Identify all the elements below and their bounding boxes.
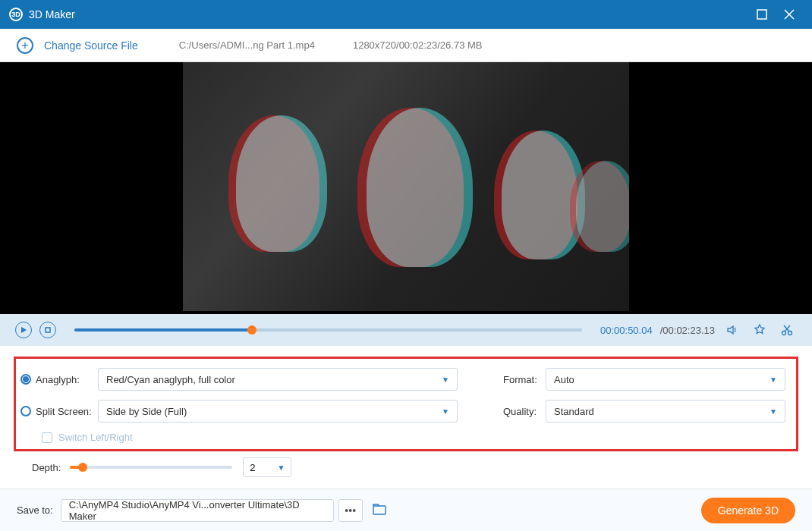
anaglyph-value: Red/Cyan anaglyph, full color [106, 374, 235, 385]
depth-select[interactable]: 2 ▼ [243, 457, 291, 477]
close-button[interactable] [776, 1, 803, 28]
split-select[interactable]: Side by Side (Full) ▼ [98, 400, 458, 423]
chevron-down-icon: ▼ [770, 407, 777, 416]
anaglyph-label: Anaglyph: [36, 374, 98, 385]
chevron-down-icon: ▼ [277, 463, 285, 472]
depth-row: Depth: 2 ▼ [14, 451, 798, 477]
save-path-value: C:\AnyMP4 Studio\AnyMP4 Vi...onverter Ul… [69, 499, 326, 522]
format-label: Format: [503, 374, 546, 385]
svg-line-7 [785, 325, 790, 331]
svg-line-8 [784, 325, 789, 331]
source-meta: 1280x720/00:02:23/26.73 MB [353, 39, 483, 51]
switch-lr-checkbox[interactable] [42, 432, 52, 443]
source-path: C:/Users/ADMI...ng Part 1.mp4 [179, 39, 315, 51]
time-current: 00:00:50.04 [600, 325, 653, 336]
source-bar: + Change Source File C:/Users/ADMI...ng … [0, 29, 812, 62]
seek-slider[interactable] [74, 328, 582, 331]
generate-3d-button[interactable]: Generate 3D [701, 498, 795, 523]
chevron-down-icon: ▼ [770, 375, 777, 384]
split-label: Split Screen: [36, 406, 98, 417]
video-preview [0, 62, 812, 314]
snapshot-icon[interactable] [750, 323, 770, 337]
anaglyph-radio[interactable] [20, 374, 31, 385]
depth-slider[interactable] [70, 466, 232, 469]
browse-button[interactable]: ••• [338, 499, 363, 522]
anaglyph-select[interactable]: Red/Cyan anaglyph, full color ▼ [98, 368, 458, 391]
depth-label: Depth: [32, 462, 61, 473]
highlighted-settings: Anaglyph: Red/Cyan anaglyph, full color … [14, 357, 798, 451]
chevron-down-icon: ▼ [442, 407, 449, 416]
svg-rect-4 [46, 328, 50, 332]
playback-bar: 00:00:50.04/00:02:23.13 [0, 314, 812, 346]
save-path-field[interactable]: C:\AnyMP4 Studio\AnyMP4 Vi...onverter Ul… [61, 499, 334, 522]
settings-panel: Anaglyph: Red/Cyan anaglyph, full color … [0, 346, 812, 480]
format-value: Auto [554, 374, 574, 385]
volume-icon[interactable] [722, 323, 742, 337]
save-to-label: Save to: [17, 504, 53, 516]
split-radio[interactable] [20, 406, 31, 416]
change-source-link[interactable]: Change Source File [44, 39, 138, 52]
plus-icon[interactable]: + [17, 37, 33, 54]
quality-select[interactable]: Standard ▼ [546, 400, 785, 423]
chevron-down-icon: ▼ [442, 375, 449, 384]
svg-rect-0 [757, 10, 766, 19]
svg-rect-9 [373, 506, 386, 514]
generate-label: Generate 3D [718, 504, 779, 517]
cut-icon[interactable] [777, 323, 797, 337]
svg-marker-3 [21, 327, 27, 333]
video-frame [183, 62, 629, 311]
quality-label: Quality: [503, 406, 546, 417]
title-bar: 3D 3D Maker [0, 0, 812, 29]
switch-lr-label: Switch Left/Right [58, 432, 133, 443]
format-select[interactable]: Auto ▼ [546, 368, 785, 391]
bottom-bar: Save to: C:\AnyMP4 Studio\AnyMP4 Vi...on… [0, 489, 812, 531]
app-icon: 3D [9, 8, 23, 21]
minimize-button[interactable] [748, 1, 776, 28]
window-title: 3D Maker [29, 8, 748, 20]
split-value: Side by Side (Full) [106, 406, 187, 417]
svg-point-6 [788, 331, 792, 335]
open-folder-icon[interactable] [372, 502, 387, 519]
play-button[interactable] [15, 322, 32, 338]
stop-button[interactable] [39, 322, 56, 338]
svg-point-5 [782, 331, 786, 335]
depth-value: 2 [250, 462, 255, 473]
time-total: /00:02:23.13 [660, 325, 715, 336]
quality-value: Standard [554, 406, 594, 417]
